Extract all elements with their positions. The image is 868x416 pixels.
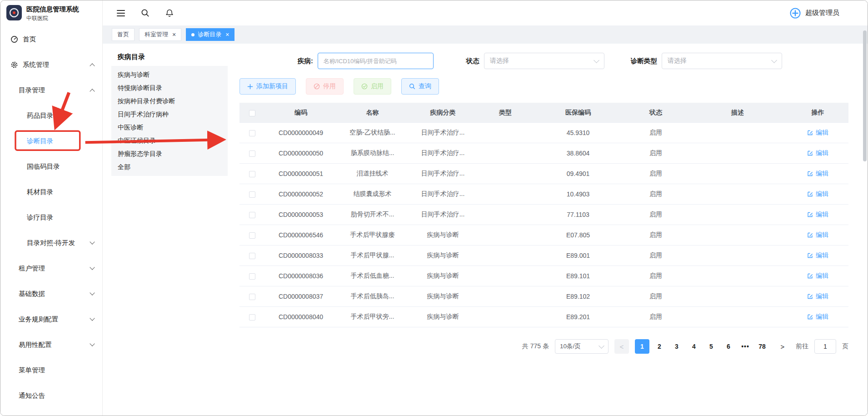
page-size-select[interactable]: 10条/页 [555,339,609,354]
page-button[interactable]: 4 [687,339,701,354]
tabs-bar: 首页科室管理×诊断目录× [103,25,868,44]
sidebar-item[interactable]: 菜单管理 [0,357,102,383]
sidebar-item[interactable]: 通知公告 [0,383,102,408]
logo-text: 医院信息管理系统 中联医院 [26,5,79,22]
query-button[interactable]: 查询 [401,78,439,95]
edit-button[interactable]: 编辑 [807,211,828,219]
catalog-item[interactable]: 疾病与诊断 [111,68,228,81]
prev-page-button[interactable]: < [614,339,629,354]
edit-button[interactable]: 编辑 [807,231,828,239]
edit-button[interactable]: 编辑 [807,292,828,301]
sidebar-item[interactable]: 基础数据 [0,281,102,306]
catalog-panel: 疾病目录 疾病与诊断特慢病诊断目录按病种目录付费诊断日间手术治疗病种中医诊断中医… [111,51,228,416]
status-select[interactable]: 请选择 [484,53,604,69]
cell-name: 肠系膜动脉结... [337,149,408,157]
row-checkbox[interactable] [249,232,255,239]
sidebar-item[interactable]: 药品目录 [0,103,102,128]
sidebar-item[interactable]: 易用性配置 [0,332,102,357]
row-checkbox[interactable] [249,171,255,177]
cell-name: 空肠-乙状结肠... [337,129,408,137]
edit-button[interactable]: 编辑 [807,129,828,137]
collapse-menu-icon[interactable] [116,9,125,17]
diagnosis-table: 编码名称疾病分类类型医保编码状态描述操作 CD0000000049空肠-乙状结肠… [239,103,848,327]
diagnosis-type-select[interactable]: 请选择 [662,53,782,69]
page-button[interactable]: 78 [755,339,769,354]
row-checkbox[interactable] [249,294,255,300]
close-icon[interactable]: × [172,31,176,38]
catalog-item[interactable]: 中医诊断 [111,121,228,134]
enable-button[interactable]: 启用 [354,78,391,95]
edit-icon [807,314,813,320]
row-checkbox[interactable] [249,273,255,280]
disease-search-input[interactable] [318,53,434,69]
edit-icon [807,191,813,197]
search-icon[interactable] [141,9,150,17]
edit-button[interactable]: 编辑 [807,272,828,280]
sidebar-item[interactable]: 业务规则配置 [0,306,102,332]
tab[interactable]: 首页 [112,28,135,41]
goto-page-input[interactable] [814,339,836,354]
row-checkbox[interactable] [249,130,255,136]
bell-icon[interactable] [165,9,174,18]
row-checkbox[interactable] [249,314,255,321]
sidebar-item[interactable]: 国临码目录 [0,154,102,179]
sidebar-item[interactable]: 首页 [0,26,102,52]
catalog-item[interactable]: 特慢病诊断目录 [111,81,228,95]
row-checkbox[interactable] [249,253,255,259]
sidebar-item[interactable]: 耗材目录 [0,179,102,205]
edit-button[interactable]: 编辑 [807,149,828,157]
sidebar-item[interactable]: 租户管理 [0,256,102,281]
table-header: 编码名称疾病分类类型医保编码状态描述操作 [239,103,848,123]
catalog-item[interactable]: 肿瘤形态学目录 [111,147,228,160]
edit-icon [807,293,813,300]
cell-category: 疾病与诊断 [408,313,478,321]
column-header: 操作 [787,109,848,117]
catalog-item[interactable]: 日间手术治疗病种 [111,108,228,121]
sidebar-item[interactable]: 系统管理 [0,52,102,77]
cell-category: 日间手术治疗... [408,190,478,198]
disable-button[interactable]: 停用 [306,78,344,95]
edit-icon [807,273,813,279]
more-pages-icon[interactable]: ••• [738,343,752,350]
select-all-checkbox[interactable] [249,110,255,116]
chevron-up-icon [90,89,95,94]
catalog-item[interactable]: 按病种目录付费诊断 [111,95,228,108]
cell-category: 疾病与诊断 [408,292,478,301]
catalog-item[interactable]: 全部 [111,160,228,174]
page-button[interactable]: 6 [721,339,736,354]
sidebar-item-label: 目录管理 [19,86,45,95]
sidebar-item[interactable]: 诊断目录 [0,128,102,154]
cell-status: 启用 [624,251,688,260]
sidebar-item[interactable]: 目录管理 [0,77,102,103]
tab-label: 首页 [117,30,129,39]
edit-label: 编辑 [816,231,828,239]
row-checkbox[interactable] [249,191,255,198]
row-checkbox[interactable] [249,150,255,157]
catalog-item[interactable]: 中医证候目录 [111,134,228,147]
page-button[interactable]: 5 [704,339,718,354]
edit-button[interactable]: 编辑 [807,170,828,178]
close-icon[interactable]: × [225,31,229,38]
cell-insurance-code: 09.4901 [533,170,624,177]
add-item-button[interactable]: 添加新项目 [239,78,296,95]
sidebar-item[interactable]: 目录对照-待开发 [0,230,102,256]
enable-label: 启用 [371,82,384,90]
sidebar-item[interactable]: 诊疗目录 [0,205,102,230]
edit-button[interactable]: 编辑 [807,313,828,321]
page-button[interactable]: 2 [652,339,667,354]
page-button[interactable]: 3 [669,339,684,354]
tab[interactable]: 诊断目录× [186,28,234,41]
scrollbar-thumb[interactable] [863,30,867,161]
scrollbar[interactable] [863,27,867,414]
next-page-button[interactable]: > [775,339,790,354]
row-checkbox[interactable] [249,212,255,218]
admin-menu[interactable]: 超级管理员 [789,7,839,19]
edit-button[interactable]: 编辑 [807,251,828,260]
sidebar-item-label: 耗材目录 [27,188,53,196]
page-size-value: 10条/页 [560,342,581,351]
tab[interactable]: 科室管理× [139,28,181,41]
page-button[interactable]: 1 [635,339,649,354]
sidebar-menu: 首页系统管理目录管理药品目录诊断目录国临码目录耗材目录诊疗目录目录对照-待开发租… [0,26,102,408]
cell-code: CD0000006546 [264,231,337,239]
edit-button[interactable]: 编辑 [807,190,828,198]
